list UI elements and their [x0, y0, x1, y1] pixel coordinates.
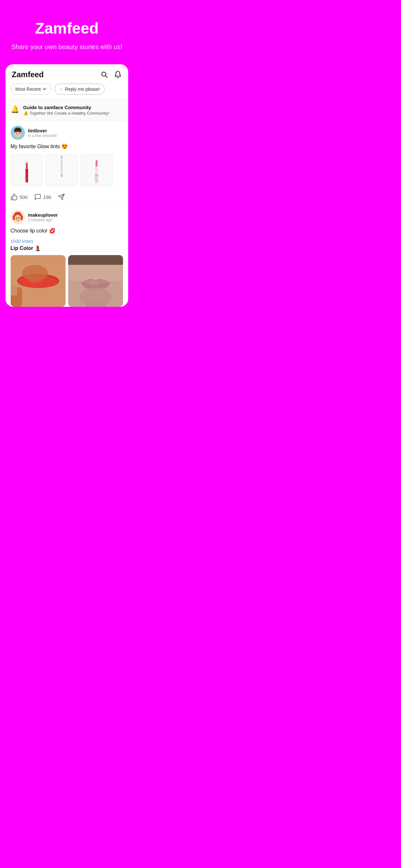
search-button[interactable] [100, 71, 108, 79]
like-count: 500 [20, 194, 28, 200]
post-1-username: tintlover [28, 128, 57, 133]
post-2-username: makeuplover [28, 212, 58, 218]
post-1-header: tintlover in a few seconds [11, 126, 123, 140]
svg-point-6 [14, 132, 21, 134]
post-1-avatar [11, 126, 25, 140]
svg-point-12 [26, 162, 28, 164]
community-notice: 🔔 Guide to zamface Community ⚠️ Together… [5, 100, 128, 120]
svg-rect-39 [11, 286, 17, 296]
svg-line-1 [105, 76, 107, 78]
post-1-actions: 500 190 [11, 191, 123, 200]
lip-nude-svg [68, 255, 123, 307]
post-2-meta: makeuplover 2 minutes ago [28, 212, 58, 222]
poll-img-nude-lip[interactable] [68, 255, 123, 307]
notice-text: Guide to zamface Community ⚠️ Together W… [23, 104, 110, 116]
like-button[interactable]: 500 [11, 193, 28, 200]
post-2-time: 2 minutes ago [28, 218, 58, 222]
main-card: Zamfeed Most Recent ✓ [5, 64, 128, 307]
svg-point-22 [96, 160, 97, 161]
lipstick-pink-icon [92, 156, 101, 184]
filter-most-recent-label: Most Recent [16, 87, 41, 92]
poll-img-orange-lip[interactable] [11, 255, 66, 307]
poll-title: Lip Color 💄 [11, 245, 123, 251]
lipstick-red-icon [22, 157, 32, 184]
product-img-2[interactable] [45, 154, 78, 186]
post-1-time: in a few seconds [28, 133, 57, 138]
header-icons [100, 71, 122, 79]
svg-rect-11 [26, 163, 28, 169]
lip-orange-svg [11, 255, 66, 307]
hero-subtitle: Share your own beauty stories with us! [10, 42, 124, 51]
svg-rect-17 [61, 162, 62, 170]
svg-point-37 [22, 265, 48, 281]
svg-point-29 [14, 215, 21, 222]
product-img-3[interactable] [81, 154, 113, 186]
svg-rect-13 [26, 175, 28, 175]
check-icon: ✓ [59, 87, 63, 92]
hero-section: Zamfeed Share your own beauty stories wi… [0, 0, 134, 64]
svg-point-30 [16, 218, 17, 219]
notification-button[interactable] [114, 71, 122, 79]
comment-count: 190 [43, 194, 51, 200]
svg-rect-9 [26, 169, 28, 182]
post-2-avatar [11, 210, 25, 224]
svg-rect-21 [96, 160, 97, 166]
notice-title: Guide to zamface Community [23, 104, 110, 110]
avatar-tintlover [11, 126, 25, 140]
search-icon [100, 71, 108, 79]
svg-rect-20 [95, 166, 98, 175]
app-title: Zamfeed [12, 70, 44, 79]
svg-rect-44 [86, 300, 105, 307]
svg-point-32 [14, 219, 17, 220]
share-button[interactable] [58, 193, 65, 200]
bell-icon [114, 71, 122, 79]
comment-icon [34, 193, 41, 200]
votes-label: 1000 Votes [11, 239, 123, 244]
top-bar: Zamfeed [5, 64, 128, 84]
post-2-text: Choose lip color 💋 [11, 227, 123, 235]
svg-point-15 [60, 174, 63, 177]
svg-point-42 [89, 282, 99, 285]
svg-rect-45 [68, 255, 123, 265]
chevron-down-icon [42, 87, 47, 91]
svg-point-7 [16, 133, 17, 133]
filter-most-recent[interactable]: Most Recent [11, 84, 52, 95]
filter-reply-me[interactable]: ✓ Reply me please! [55, 84, 104, 95]
product-img-1[interactable] [11, 154, 43, 186]
svg-point-31 [18, 218, 19, 219]
post-2-header: makeuplover 2 minutes ago [11, 210, 123, 224]
post-1-text: My favorite Glow tints 😍 [11, 143, 123, 150]
thumbs-up-icon [11, 193, 18, 200]
filters-row: Most Recent ✓ Reply me please! [5, 84, 128, 100]
lipgloss-clear-icon [58, 156, 65, 185]
svg-point-16 [61, 156, 63, 158]
post-1-meta: tintlover in a few seconds [28, 128, 57, 138]
share-icon [58, 193, 65, 200]
notice-bell-icon: 🔔 [11, 105, 19, 114]
svg-point-33 [19, 219, 21, 220]
hero-title: Zamfeed [10, 20, 124, 37]
post-1-product-images [11, 154, 123, 186]
svg-point-8 [19, 133, 19, 133]
comment-button[interactable]: 190 [34, 193, 51, 200]
post-2: makeuplover 2 minutes ago Choose lip col… [5, 205, 128, 306]
svg-rect-18 [95, 175, 98, 183]
poll-images [11, 255, 123, 307]
post-1: tintlover in a few seconds My favorite G… [5, 120, 128, 205]
notice-subtitle: ⚠️ Together We Create a Healthy Communit… [23, 111, 110, 116]
filter-reply-label: Reply me please! [65, 87, 100, 92]
avatar-makeuplover [11, 210, 25, 224]
